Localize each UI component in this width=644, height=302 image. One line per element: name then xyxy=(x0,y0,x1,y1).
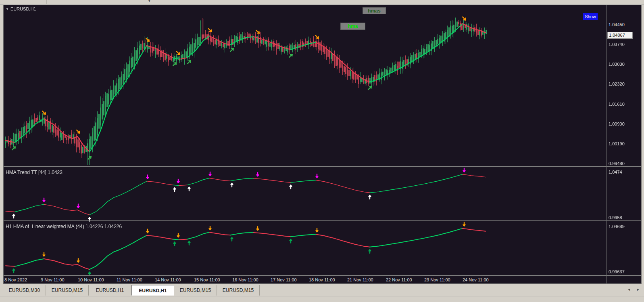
time-axis-label: 8 Nov 2022 xyxy=(4,277,27,282)
panel-separator xyxy=(4,275,641,276)
chart-tab[interactable]: EURUSD,H1 xyxy=(131,285,174,296)
price-chart-canvas[interactable] xyxy=(4,5,606,276)
hma-button[interactable]: hma xyxy=(340,23,365,30)
price-axis-divider xyxy=(606,5,606,283)
current-price-badge: 1.04067 xyxy=(607,32,633,39)
chart-tab[interactable]: EURUSD,M15 xyxy=(217,285,260,296)
panel-separator[interactable] xyxy=(4,166,641,167)
price-axis-label: 1.00190 xyxy=(609,141,625,146)
price-axis-label: 1.00900 xyxy=(609,122,625,126)
indicator-title-hma-trend: HMA Trend TT [44] 1.0423 xyxy=(6,170,63,175)
price-axis-label: 1.04689 xyxy=(609,224,625,229)
chevron-down-icon[interactable]: ▾ xyxy=(148,0,150,3)
tab-scroll-right-button[interactable]: ► xyxy=(636,287,640,292)
price-axis-label: 0.9958 xyxy=(609,215,622,220)
toolbar-segment xyxy=(0,0,47,4)
time-axis-label: 22 Nov 11:00 xyxy=(386,277,412,282)
symbol-label: ▼ EURUSD,H1 xyxy=(6,6,36,11)
price-axis-label: 1.03740 xyxy=(609,42,625,47)
chart-tab[interactable]: EURUSD,M15 xyxy=(174,285,217,296)
window-top-strip: ▾ xyxy=(0,0,644,4)
chart-window: ▼ EURUSD,H1 hmas hma Show HMA Trend TT [… xyxy=(3,5,642,284)
time-axis-label: 18 Nov 11:00 xyxy=(309,277,335,282)
tab-scroll: ◄ ► xyxy=(627,287,640,292)
time-axis-label: 16 Nov 11:00 xyxy=(232,277,258,282)
price-axis-label: 1.04450 xyxy=(609,22,625,27)
chart-tab[interactable]: EURUSD,M15 xyxy=(46,285,89,296)
chart-tab-bar: EURUSD,M30EURUSD,M15EURUSD,H1EURUSD,H1EU… xyxy=(0,284,644,296)
time-axis-label: 11 Nov 11:00 xyxy=(117,277,142,282)
price-axis-label: 1.01610 xyxy=(609,102,625,107)
panel-separator[interactable] xyxy=(4,220,641,221)
price-axis-label: 1.02320 xyxy=(609,82,625,86)
status-strip xyxy=(0,296,644,302)
hmas-button[interactable]: hmas xyxy=(363,7,386,14)
tab-scroll-left-button[interactable]: ◄ xyxy=(627,287,631,292)
price-axis-label: 1.0474 xyxy=(609,170,622,174)
time-axis-label: 9 Nov 11:00 xyxy=(41,277,65,282)
chart-tab[interactable]: EURUSD,M30 xyxy=(3,285,46,296)
price-axis-label: 0.99637 xyxy=(609,269,625,274)
symbol-text: EURUSD,H1 xyxy=(10,6,36,11)
price-axis-label: 0.99480 xyxy=(609,161,625,166)
show-button[interactable]: Show xyxy=(583,13,598,20)
tabs: EURUSD,M30EURUSD,M15EURUSD,H1EURUSD,H1EU… xyxy=(3,285,260,296)
indicator-title-h1-hma: H1 HMA of Linear weighted MA (44) 1.0422… xyxy=(6,224,122,229)
chart-tab[interactable]: EURUSD,H1 xyxy=(89,285,131,296)
time-axis-label: 17 Nov 11:00 xyxy=(271,277,297,282)
triangle-down-icon: ▼ xyxy=(6,7,9,11)
price-axis-label: 1.03030 xyxy=(609,62,625,67)
time-axis-label: 14 Nov 11:00 xyxy=(155,277,181,282)
time-axis-label: 21 Nov 11:00 xyxy=(347,277,373,282)
time-axis-label: 15 Nov 11:00 xyxy=(194,277,220,282)
metatrader-screen: ▾ ▼ EURUSD,H1 hmas hma Show HMA Trend TT… xyxy=(0,0,644,302)
time-axis-label: 23 Nov 11:00 xyxy=(424,277,450,282)
time-axis-label: 24 Nov 11:00 xyxy=(463,277,489,282)
time-axis-label: 10 Nov 11:00 xyxy=(78,277,104,282)
